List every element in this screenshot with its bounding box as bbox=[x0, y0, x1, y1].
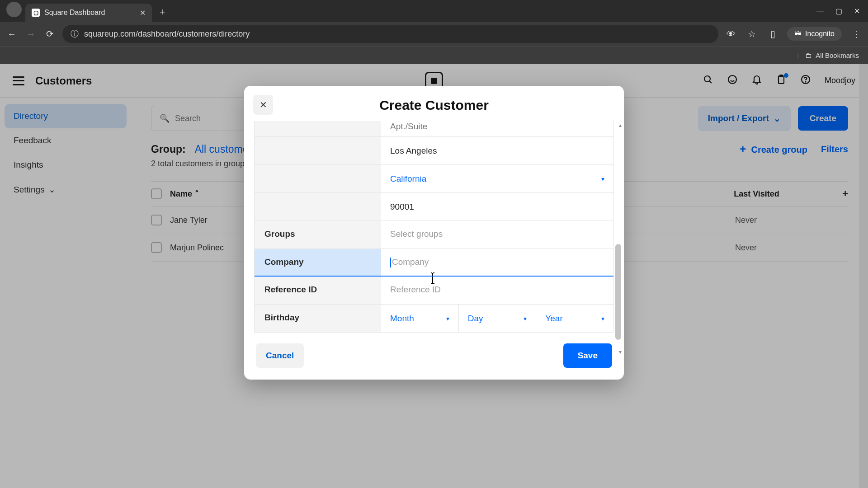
form-row-groups: Groups Select groups bbox=[255, 221, 613, 249]
form-row-city bbox=[255, 136, 613, 164]
company-input[interactable]: Company bbox=[381, 249, 613, 276]
city-input[interactable] bbox=[381, 137, 613, 164]
tab-close-icon[interactable]: ✕ bbox=[140, 9, 146, 17]
form-label-reference-id: Reference ID bbox=[255, 277, 381, 304]
form-row-birthday: Birthday Month▾ Day▾ Year▾ bbox=[255, 304, 613, 332]
cancel-button[interactable]: Cancel bbox=[256, 343, 304, 368]
nav-back-icon[interactable]: ← bbox=[5, 28, 18, 40]
bookmarks-divider: | bbox=[797, 52, 799, 59]
nav-reload-icon[interactable]: ⟳ bbox=[43, 28, 56, 40]
incognito-indicator[interactable]: 🕶 Incognito bbox=[787, 27, 842, 41]
modal-scrollbar-thumb[interactable] bbox=[615, 244, 621, 340]
form-row-state: California▾ bbox=[255, 164, 613, 192]
incognito-icon: 🕶 bbox=[794, 30, 802, 38]
text-cursor bbox=[390, 258, 391, 267]
browser-tab-active[interactable]: ▢ Square Dashboard ✕ bbox=[25, 4, 152, 22]
chevron-down-icon: ▾ bbox=[446, 315, 449, 322]
star-icon[interactable]: ☆ bbox=[745, 28, 758, 40]
window-minimize-icon[interactable]: ― bbox=[816, 7, 824, 15]
folder-icon: 🗀 bbox=[805, 52, 812, 59]
form-label-company: Company bbox=[255, 249, 381, 276]
tab-title: Square Dashboard bbox=[44, 9, 135, 17]
form-label-birthday: Birthday bbox=[255, 305, 381, 332]
month-label: Month bbox=[390, 314, 414, 324]
form-label-empty bbox=[255, 121, 381, 136]
scroll-up-icon[interactable]: ▴ bbox=[619, 122, 622, 128]
birthday-month-select[interactable]: Month▾ bbox=[381, 305, 458, 332]
chevron-down-icon: ▾ bbox=[601, 315, 604, 322]
birthday-year-select[interactable]: Year▾ bbox=[536, 305, 613, 332]
incognito-label: Incognito bbox=[805, 30, 835, 38]
apt-suite-input[interactable] bbox=[381, 121, 613, 136]
state-value: California bbox=[390, 174, 426, 184]
groups-select[interactable]: Select groups bbox=[381, 221, 613, 249]
form-label-empty bbox=[255, 165, 381, 192]
browser-menu-icon[interactable]: ⋮ bbox=[850, 28, 863, 40]
nav-forward-icon[interactable]: → bbox=[24, 28, 37, 40]
create-customer-modal: ✕ Create Customer Califor bbox=[244, 86, 624, 380]
window-close-icon[interactable]: ✕ bbox=[854, 7, 860, 15]
site-info-icon[interactable]: ⓘ bbox=[71, 28, 79, 39]
form-row-company: Company Company bbox=[255, 249, 613, 277]
tab-favicon: ▢ bbox=[32, 9, 40, 17]
form-label-empty bbox=[255, 137, 381, 164]
eye-off-icon[interactable]: 👁 bbox=[725, 28, 737, 40]
zip-input[interactable] bbox=[381, 193, 613, 221]
browser-profile-avatar[interactable] bbox=[6, 2, 22, 17]
reference-id-input[interactable]: Reference ID bbox=[381, 277, 613, 304]
window-maximize-icon[interactable]: ▢ bbox=[835, 7, 842, 15]
modal-close-button[interactable]: ✕ bbox=[253, 95, 273, 115]
form-row-reference-id: Reference ID Reference ID bbox=[255, 276, 613, 304]
save-button[interactable]: Save bbox=[563, 343, 612, 368]
state-select[interactable]: California▾ bbox=[381, 165, 613, 192]
modal-title: Create Customer bbox=[255, 98, 613, 113]
year-label: Year bbox=[545, 314, 562, 324]
birthday-day-select[interactable]: Day▾ bbox=[458, 305, 536, 332]
form-label-empty bbox=[255, 193, 381, 221]
company-placeholder: Company bbox=[392, 257, 429, 267]
scroll-down-icon[interactable]: ▾ bbox=[619, 349, 622, 355]
day-label: Day bbox=[468, 314, 483, 324]
chevron-down-icon: ▾ bbox=[524, 315, 527, 322]
new-tab-button[interactable]: + bbox=[156, 5, 169, 19]
form-row-apt bbox=[255, 121, 613, 136]
form-row-zip bbox=[255, 192, 613, 221]
url-text: squareup.com/dashboard/customers/directo… bbox=[84, 29, 250, 39]
all-bookmarks-link[interactable]: All Bookmarks bbox=[816, 52, 859, 59]
form-label-groups: Groups bbox=[255, 221, 381, 249]
chevron-down-icon: ▾ bbox=[601, 175, 604, 183]
address-bar[interactable]: ⓘ squareup.com/dashboard/customers/direc… bbox=[62, 25, 718, 43]
panel-icon[interactable]: ▯ bbox=[766, 28, 779, 40]
